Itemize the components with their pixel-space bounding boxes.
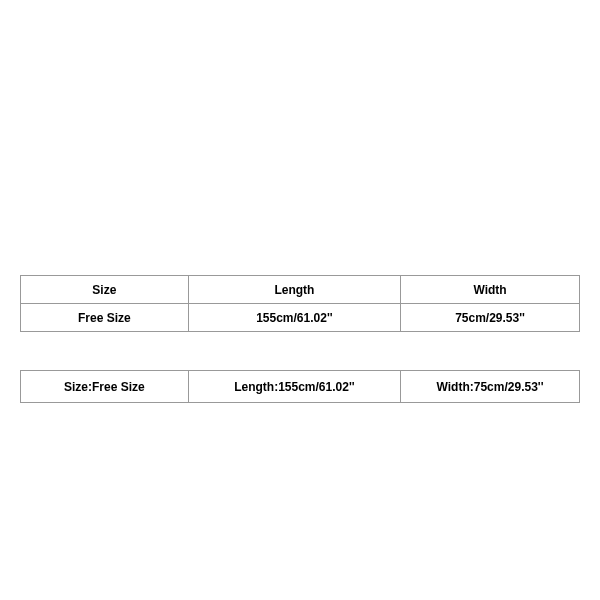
cell-width: 75cm/29.53'' (401, 304, 580, 332)
table-header-row: Size Length Width (21, 276, 580, 304)
header-length: Length (188, 276, 400, 304)
summary-size: Size:Free Size (21, 371, 189, 403)
header-size: Size (21, 276, 189, 304)
size-chart-wrapper: Size Length Width Free Size 155cm/61.02'… (20, 275, 580, 403)
table-row: Size:Free Size Length:155cm/61.02'' Widt… (21, 371, 580, 403)
table-row: Free Size 155cm/61.02'' 75cm/29.53'' (21, 304, 580, 332)
cell-length: 155cm/61.02'' (188, 304, 400, 332)
summary-width: Width:75cm/29.53'' (401, 371, 580, 403)
header-width: Width (401, 276, 580, 304)
size-table-main: Size Length Width Free Size 155cm/61.02'… (20, 275, 580, 332)
size-table-summary: Size:Free Size Length:155cm/61.02'' Widt… (20, 370, 580, 403)
cell-size: Free Size (21, 304, 189, 332)
summary-length: Length:155cm/61.02'' (188, 371, 400, 403)
